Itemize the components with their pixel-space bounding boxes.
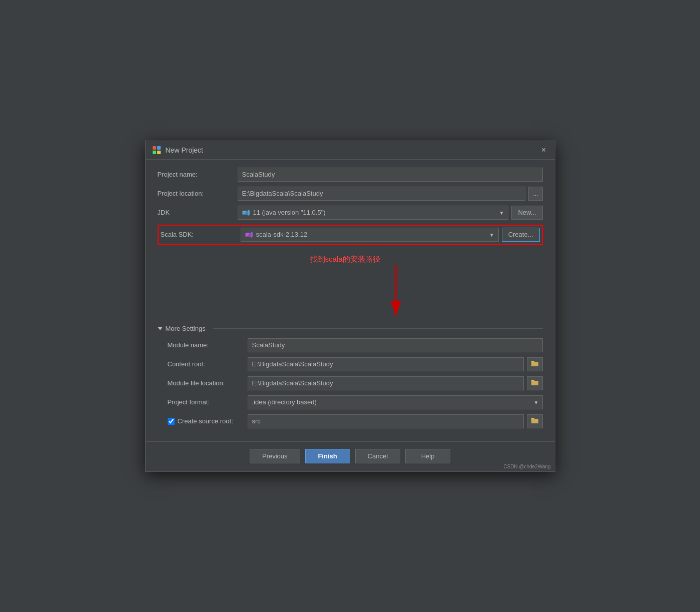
folder-icon [531,360,538,366]
create-source-root-checkbox-wrap: Create source root: [168,417,248,425]
content-root-row: Content root: [158,357,543,371]
scala-sdk-icon [245,232,253,238]
project-location-field-wrap: ... [238,187,543,201]
svg-rect-11 [251,232,252,237]
scala-sdk-dropdown-arrow: ▼ [489,232,494,237]
jdk-display[interactable]: 11 (java version "11.0.5") ▼ [238,206,509,220]
project-location-row: Project location: ... [158,187,543,201]
watermark: CSDN @chde2Wang [503,464,550,469]
module-name-input[interactable] [248,338,543,352]
jdk-label: JDK [158,209,238,216]
project-name-field-wrap [238,168,543,182]
scala-sdk-value: scala-sdk-2.13.12 [256,231,308,238]
browse-button[interactable]: ... [528,187,542,201]
app-icon [152,145,162,155]
cancel-button[interactable]: Cancel [355,449,400,463]
scala-sdk-display[interactable]: scala-sdk-2.13.12 ▼ [241,228,499,242]
jdk-new-button[interactable]: New... [511,206,542,220]
module-file-location-browse-button[interactable] [527,376,543,390]
help-button[interactable]: Help [405,449,450,463]
svg-rect-2 [153,151,156,154]
dialog-body: Project name: Project location: ... JDK [146,160,555,441]
project-name-row: Project name: [158,168,543,182]
project-name-input[interactable] [238,168,543,182]
svg-rect-10 [246,235,248,236]
module-name-label: Module name: [168,341,248,349]
svg-rect-16 [531,381,538,385]
svg-rect-17 [531,380,534,381]
project-format-field-wrap: .idea (directory based) ▼ [248,395,543,409]
jdk-icon [242,210,250,216]
svg-rect-14 [531,362,538,366]
project-location-label: Project location: [158,190,238,197]
project-format-label: Project format: [168,398,248,406]
content-root-browse-button[interactable] [527,357,543,371]
content-root-field-wrap [248,357,543,371]
create-source-root-row: Create source root: [158,414,543,428]
module-file-location-field-wrap [248,376,543,390]
project-format-row: Project format: .idea (directory based) … [158,395,543,409]
title-bar: New Project × [146,141,555,160]
folder-icon2 [531,379,538,385]
previous-button[interactable]: Previous [250,449,300,463]
dialog-footer: Previous Finish Cancel Help [146,441,555,471]
more-settings-header[interactable]: More Settings [158,325,543,332]
content-root-input[interactable] [248,357,524,371]
create-source-root-field-wrap [248,414,543,428]
project-format-select[interactable]: .idea (directory based) [248,395,543,409]
svg-rect-19 [531,418,534,419]
jdk-display-inner: 11 (java version "11.0.5") [242,209,504,216]
scala-sdk-select-container: scala-sdk-2.13.12 ▼ [241,228,499,242]
red-arrow-svg [158,250,543,320]
project-name-label: Project name: [158,171,238,178]
create-source-root-checkbox[interactable] [168,418,175,425]
close-button[interactable]: × [539,145,549,155]
module-file-location-row: Module file location: [158,376,543,390]
jdk-select-container: 11 (java version "11.0.5") ▼ [238,206,509,220]
create-source-root-label: Create source root: [178,417,233,425]
annotation-area: 找到scala的安装路径 [158,250,543,320]
folder-icon3 [531,417,538,423]
finish-button[interactable]: Finish [305,449,350,463]
svg-rect-7 [248,210,249,215]
jdk-value: 11 (java version "11.0.5") [253,209,326,216]
create-source-root-browse-button[interactable] [527,414,543,428]
svg-rect-3 [157,151,161,154]
collapse-icon [158,327,163,330]
scala-sdk-display-inner: scala-sdk-2.13.12 [245,231,494,238]
project-location-input[interactable] [238,187,526,201]
scala-sdk-field-wrap: scala-sdk-2.13.12 ▼ Create... [241,228,540,242]
scala-sdk-label: Scala SDK: [161,231,241,238]
dialog-title: New Project [166,146,535,154]
new-project-dialog: New Project × Project name: Project loca… [145,141,555,472]
scala-sdk-create-button[interactable]: Create... [502,228,540,242]
svg-rect-18 [531,419,538,423]
more-settings-label: More Settings [166,325,206,332]
module-file-location-input[interactable] [248,376,524,390]
svg-rect-5 [243,211,246,212]
module-name-field-wrap [248,338,543,352]
svg-rect-6 [243,213,245,214]
module-name-row: Module name: [158,338,543,352]
create-source-root-input[interactable] [248,414,524,428]
project-format-select-container: .idea (directory based) ▼ [248,395,543,409]
scala-sdk-row: Scala SDK: scala-sdk-2.13.12 [158,225,543,245]
svg-rect-9 [246,233,249,234]
content-root-label: Content root: [168,360,248,368]
svg-rect-15 [531,361,534,362]
jdk-field-wrap: 11 (java version "11.0.5") ▼ New... [238,206,543,220]
jdk-row: JDK 11 (java version "11.0.5") [158,206,543,220]
jdk-dropdown-arrow: ▼ [499,210,504,215]
svg-rect-0 [153,146,156,150]
module-file-location-label: Module file location: [168,379,248,387]
svg-rect-1 [157,146,161,150]
more-settings-divider [213,328,543,329]
